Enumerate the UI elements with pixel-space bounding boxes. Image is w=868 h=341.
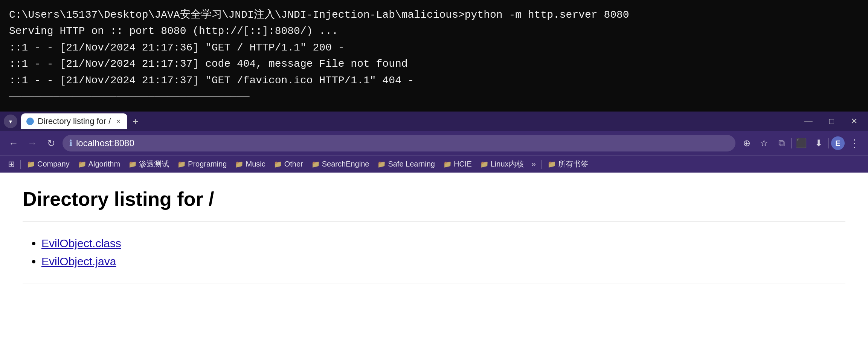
- info-icon: ℹ: [69, 138, 72, 148]
- bookmark-item-all[interactable]: 📁 所有书签: [544, 158, 592, 171]
- terminal-line-5: ::1 - - [21/Nov/2024 21:17:37] "GET /fav…: [9, 72, 859, 89]
- page-content: Directory listing for / EvilObject.class…: [0, 173, 868, 323]
- forward-button[interactable]: →: [25, 136, 40, 151]
- window-controls: — □ ✕: [801, 115, 864, 128]
- refresh-button[interactable]: ↻: [44, 136, 59, 151]
- folder-icon: 📁: [27, 160, 35, 168]
- terminal-window: C:\Users\15137\Desktop\JAVA安全学习\JNDI注入\J…: [0, 0, 868, 112]
- bookmark-label: SearchEngine: [322, 160, 369, 168]
- tab-label: Directory listing for /: [38, 116, 111, 126]
- folder-icon: 📁: [377, 160, 386, 168]
- page-title: Directory listing for /: [23, 188, 845, 210]
- bookmark-item-programing[interactable]: 📁 Programing: [174, 158, 230, 170]
- bookmark-label: 渗透测试: [139, 159, 169, 169]
- bookmark-item-searchengine[interactable]: 📁 SearchEngine: [308, 158, 373, 170]
- terminal-line-3: ::1 - - [21/Nov/2024 21:17:36] "GET / HT…: [9, 40, 859, 56]
- translate-icon: ⊕: [743, 138, 751, 148]
- bookmark-item-company[interactable]: 📁 Company: [23, 158, 73, 170]
- nav-action-buttons: ⊕ ☆ ⧉ ⬛ ⬇ E ⋮: [739, 136, 862, 151]
- nav-divider-2: [828, 138, 829, 148]
- terminal-separator: ——————————————————————————————————————: [9, 89, 859, 105]
- folder-icon: 📁: [78, 160, 86, 168]
- refresh-icon: ↻: [47, 138, 55, 149]
- bookmark-label: Programing: [188, 160, 227, 168]
- folder-icon: 📁: [480, 160, 488, 168]
- bookmark-item-other[interactable]: 📁 Other: [270, 158, 307, 170]
- download-icon: ⬇: [815, 138, 822, 148]
- bookmark-label: HCIE: [454, 160, 472, 168]
- bookmark-label: Other: [284, 160, 303, 168]
- star-icon: ☆: [760, 138, 768, 148]
- back-icon: ←: [9, 138, 18, 149]
- forward-icon: →: [27, 138, 37, 149]
- bookmark-star-button[interactable]: ☆: [757, 136, 772, 151]
- apps-grid-icon: ⊞: [8, 159, 15, 169]
- tab-dropdown-button[interactable]: ▾: [4, 115, 17, 128]
- bookmark-item-pentest[interactable]: 📁 渗透测试: [125, 158, 173, 171]
- folder-icon: 📁: [235, 160, 243, 168]
- terminal-line-2: Serving HTTP on :: port 8080 (http://[::…: [9, 23, 859, 39]
- folder-icon: 📁: [443, 160, 452, 168]
- address-bar[interactable]: ℹ: [63, 135, 735, 151]
- bookmark-label: 所有书签: [558, 159, 588, 169]
- bookmark-item-safelearning[interactable]: 📁 Safe Learning: [374, 158, 439, 170]
- bookmark-label: Safe Learning: [388, 160, 435, 168]
- bookmarks-divider: [20, 160, 21, 169]
- terminal-line-1: C:\Users\15137\Desktop\JAVA安全学习\JNDI注入\J…: [9, 7, 859, 23]
- file-link-class[interactable]: EvilObject.class: [41, 237, 121, 249]
- active-tab[interactable]: Directory listing for / ×: [21, 113, 127, 129]
- plus-icon: +: [133, 116, 138, 127]
- sidebar-icon: ⬛: [796, 138, 807, 148]
- folder-icon: 📁: [311, 160, 320, 168]
- browser-chrome: ▾ Directory listing for / × + — □ ✕ ← → …: [0, 112, 868, 173]
- back-button[interactable]: ←: [6, 136, 21, 151]
- folder-icon: 📁: [177, 160, 186, 168]
- bookmark-item-hcie[interactable]: 📁 HCIE: [439, 158, 476, 170]
- puzzle-icon: ⧉: [778, 138, 785, 148]
- bookmarks-right-separator: [541, 160, 542, 169]
- profile-avatar[interactable]: E: [831, 136, 845, 150]
- bookmark-item-linuxkernel[interactable]: 📁 Linux内核: [476, 158, 528, 171]
- navigation-bar: ← → ↻ ℹ ⊕ ☆ ⧉ ⬛ ⬇: [0, 131, 868, 155]
- browser-extension-button[interactable]: ⧉: [774, 136, 789, 151]
- menu-icon: ⋮: [849, 137, 860, 150]
- nav-divider-1: [791, 138, 792, 148]
- maximize-button[interactable]: □: [826, 115, 837, 128]
- bookmark-item-music[interactable]: 📁 Music: [231, 158, 269, 170]
- translate-button[interactable]: ⊕: [739, 136, 754, 151]
- tab-favicon: [26, 118, 34, 125]
- top-divider: [23, 222, 845, 222]
- sidebar-button[interactable]: ⬛: [794, 136, 809, 151]
- bookmarks-bar: ⊞ 📁 Company 📁 Algorithm 📁 渗透测试 📁 Program…: [0, 155, 868, 173]
- terminal-line-4: ::1 - - [21/Nov/2024 21:17:37] code 404,…: [9, 56, 859, 72]
- list-item: EvilObject.class: [41, 237, 845, 250]
- chevron-down-icon: ▾: [9, 118, 12, 125]
- folder-icon: 📁: [128, 160, 137, 168]
- folder-icon: 📁: [274, 160, 282, 168]
- new-tab-button[interactable]: +: [129, 115, 142, 128]
- bottom-divider: [23, 283, 845, 283]
- bookmark-label: Music: [246, 160, 265, 168]
- folder-icon: 📁: [548, 160, 556, 168]
- bookmarks-more-button[interactable]: »: [528, 158, 539, 171]
- list-item: EvilObject.java: [41, 255, 845, 268]
- minimize-button[interactable]: —: [801, 115, 816, 128]
- download-button[interactable]: ⬇: [811, 136, 826, 151]
- bookmark-label: Company: [37, 160, 70, 168]
- apps-button[interactable]: ⊞: [5, 158, 18, 171]
- file-list: EvilObject.class EvilObject.java: [23, 237, 845, 268]
- tab-close-button[interactable]: ×: [114, 117, 122, 126]
- bookmark-label: Algorithm: [88, 160, 120, 168]
- url-input[interactable]: [76, 138, 729, 148]
- tab-bar: ▾ Directory listing for / × + — □ ✕: [0, 112, 868, 131]
- browser-menu-button[interactable]: ⋮: [847, 136, 862, 151]
- file-link-java[interactable]: EvilObject.java: [41, 255, 116, 268]
- close-window-button[interactable]: ✕: [848, 115, 860, 128]
- bookmark-item-algorithm[interactable]: 📁 Algorithm: [74, 158, 124, 170]
- bookmark-label: Linux内核: [491, 159, 524, 169]
